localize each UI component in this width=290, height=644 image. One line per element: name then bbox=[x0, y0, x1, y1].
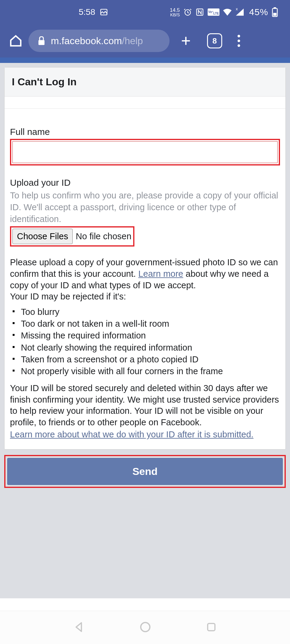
browser-toolbar: m.facebook.com/help 8 bbox=[0, 24, 290, 57]
file-chosen-status: No file chosen bbox=[76, 231, 131, 241]
status-time: 5:58 bbox=[79, 7, 95, 17]
home-nav-icon[interactable] bbox=[139, 621, 151, 634]
full-name-label: Full name bbox=[10, 127, 280, 137]
upload-help-text: To help us confirm who you are, please p… bbox=[10, 190, 280, 225]
image-icon bbox=[100, 8, 108, 16]
list-item: Not properly visible with all four corne… bbox=[12, 365, 280, 377]
list-item: Too blurry bbox=[12, 306, 280, 318]
data-speed: 14.5 KB/S bbox=[170, 8, 180, 17]
svg-point-8 bbox=[238, 40, 240, 42]
url-bar[interactable]: m.facebook.com/help bbox=[28, 30, 170, 52]
fb-header-strip bbox=[0, 57, 290, 63]
volte-icon: Vo^LTE bbox=[208, 8, 219, 16]
send-button[interactable]: Send bbox=[7, 458, 283, 485]
svg-rect-11 bbox=[208, 623, 215, 631]
file-input-highlight: Choose Files No file chosen bbox=[10, 226, 134, 247]
battery-icon bbox=[272, 7, 278, 17]
full-name-input[interactable] bbox=[12, 141, 278, 163]
list-item: Not clearly showing the required informa… bbox=[12, 342, 280, 354]
help-card: I Can't Log In Full name Upload your ID … bbox=[4, 67, 286, 449]
card-divider bbox=[5, 96, 285, 109]
new-tab-icon[interactable] bbox=[180, 35, 192, 47]
choose-files-button[interactable]: Choose Files bbox=[12, 229, 73, 244]
learn-more-link-2[interactable]: Learn more about what we do with your ID… bbox=[10, 429, 280, 440]
battery-percent: 45% bbox=[249, 7, 268, 17]
more-menu-icon[interactable] bbox=[237, 35, 240, 47]
android-status-bar: 5:58 14.5 KB/S Vo^LTE x 45% bbox=[0, 0, 290, 24]
svg-point-10 bbox=[141, 623, 150, 632]
learn-more-link-1[interactable]: Learn more bbox=[138, 269, 183, 279]
wifi-icon bbox=[223, 8, 232, 16]
upload-instructions: Please upload a copy of your government-… bbox=[10, 257, 280, 302]
recent-apps-icon[interactable] bbox=[206, 622, 217, 634]
page-background: I Can't Log In Full name Upload your ID … bbox=[0, 63, 290, 598]
rejection-reasons-list: Too blurry Too dark or not taken in a we… bbox=[12, 306, 280, 377]
svg-point-7 bbox=[238, 35, 240, 38]
alarm-icon bbox=[183, 8, 192, 16]
nfc-icon bbox=[196, 8, 204, 16]
svg-rect-5 bbox=[273, 13, 277, 16]
reject-intro: Your ID may be rejected if it's: bbox=[10, 292, 126, 301]
url-text: m.facebook.com/help bbox=[51, 35, 143, 47]
upload-id-label: Upload your ID bbox=[10, 178, 280, 188]
svg-rect-6 bbox=[38, 40, 44, 45]
list-item: Too dark or not taken in a well-lit room bbox=[12, 318, 280, 330]
svg-point-9 bbox=[238, 44, 240, 47]
home-icon[interactable] bbox=[9, 34, 22, 47]
storage-policy-text: Your ID will be stored securely and dele… bbox=[10, 383, 280, 428]
full-name-highlight bbox=[10, 139, 280, 165]
list-item: Taken from a screenshot or a photo copie… bbox=[12, 354, 280, 365]
list-item: Missing the required information bbox=[12, 330, 280, 342]
tabs-button[interactable]: 8 bbox=[207, 33, 222, 48]
back-icon[interactable] bbox=[73, 621, 85, 634]
page-title: I Can't Log In bbox=[5, 67, 285, 96]
send-button-highlight: Send bbox=[4, 455, 286, 488]
android-nav-bar bbox=[0, 611, 290, 644]
lock-icon bbox=[38, 36, 45, 45]
signal-icon: x bbox=[235, 8, 244, 16]
